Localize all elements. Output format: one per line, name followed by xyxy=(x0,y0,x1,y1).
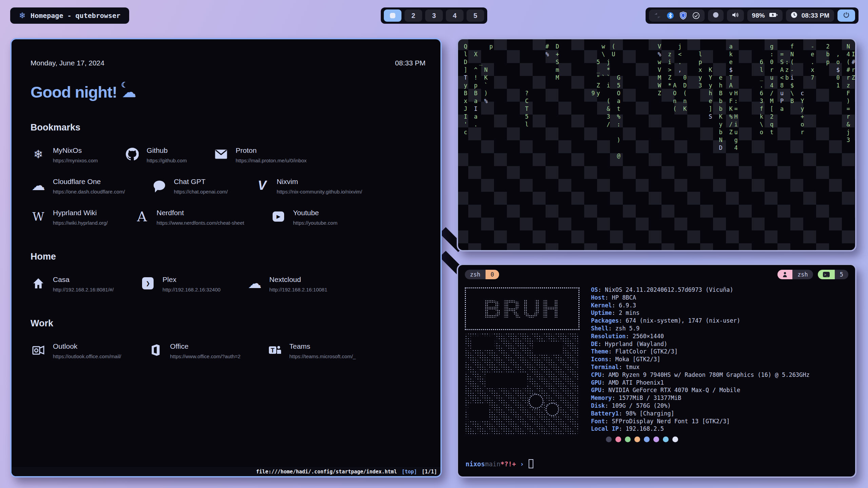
power-button[interactable] xyxy=(837,9,855,22)
workspace-button-1[interactable] xyxy=(384,9,401,22)
tmux-session-name: zsh xyxy=(465,270,486,279)
matrix-column: X ^!pBaIa. xyxy=(473,50,478,128)
matrix-column: 9 xyxy=(590,89,596,97)
greeting-text: Good night! xyxy=(31,83,117,101)
bookmark-nerdfont[interactable]: ANerdfonthttps://www.nerdfonts.com/cheat… xyxy=(134,209,244,230)
bookmark-cloudflare-one[interactable]: ☁Cloudflare Onehttps://one.dash.cloudfla… xyxy=(31,178,125,199)
svg-text:T: T xyxy=(271,347,275,354)
fetch-terminal-window[interactable]: zsh 0 zsh>_5 BRUH OS: NixOS 24.11.202406… xyxy=(457,264,856,478)
clock-segment[interactable]: 08:33 PM xyxy=(786,9,834,22)
bookmark-github[interactable]: Githubhttps://github.com xyxy=(124,146,187,168)
bookmark-nixvim[interactable]: VNixvimhttps://nix-community.github.io/n… xyxy=(254,178,362,199)
moon-cloud-icon: ☾☁ xyxy=(122,85,136,99)
fetch-info-line: GPU: AMD ATI Phoenix1 xyxy=(591,379,810,387)
color-dot xyxy=(672,436,678,442)
bookmark-office[interactable]: Officehttps://www.office.com/?auth=2 xyxy=(147,342,240,364)
bluetooth-icon[interactable] xyxy=(667,12,674,19)
startpage-sections: Bookmarks❄MyNixOshttps://mynixos.comGith… xyxy=(31,122,426,364)
bookmark-proton[interactable]: Protonhttps://mail.proton.me/u/0/inbox xyxy=(213,146,307,168)
prompt-git-branch: main xyxy=(485,460,500,468)
bookmark-nextcloud[interactable]: ☁Nextcloudhttp://192.168.2.16:10081 xyxy=(247,276,327,297)
tmux-session-pill[interactable]: zsh 0 xyxy=(465,270,499,279)
fetch-info-line: Font: SFProDisplay Nerd Font 13 [GTK2/3] xyxy=(591,418,810,425)
matrix-column: g:0ru4/M[2qt xyxy=(769,43,774,136)
matrix-column: D+SmM xyxy=(555,43,560,82)
statusbar-scroll-position: [top] xyxy=(402,469,417,475)
bookmark-title: Office xyxy=(170,342,240,350)
workspace-button-5[interactable]: 5 xyxy=(467,9,484,22)
bookmark-title: Nixvim xyxy=(277,178,362,186)
plex-chevron-icon: ❯ xyxy=(140,276,156,291)
volume-segment[interactable] xyxy=(727,9,744,22)
tmux-pill-label: 5 xyxy=(835,270,848,279)
fetch-info-line: Resolution: 868×488 xyxy=(591,332,810,340)
recorder-segment[interactable] xyxy=(708,9,724,22)
clock-icon xyxy=(791,12,797,20)
bookmark-url: https://chat.openai.com/ xyxy=(174,189,228,195)
bookmark-title: Casa xyxy=(53,276,114,284)
section-links: Casahttp://192.168.2.16:8081/#/❯Plexhttp… xyxy=(31,276,426,297)
bookmark-plex[interactable]: ❯Plexhttp://192.168.2.16:32400 xyxy=(140,276,220,297)
prompt-arrow: › xyxy=(520,460,524,468)
matrix-column: H:=Hiug4 xyxy=(733,89,739,152)
bookmark-chat-gpt[interactable]: Chat GPThttps://chat.openai.com/ xyxy=(152,178,228,199)
bookmark-outlook[interactable]: Outlookhttps://outlook.office.com/mail/ xyxy=(31,342,121,364)
ascii-art-title: BRUH xyxy=(483,294,561,323)
bookmark-title: MyNixOs xyxy=(53,146,98,155)
tray-icons xyxy=(649,9,705,22)
bookmark-url: https://www.nerdfonts.com/cheat-sheet xyxy=(157,220,244,226)
matrix-column: zi>Z* xyxy=(667,50,672,89)
tmux-status-pill: zsh xyxy=(777,270,813,279)
section-title-work: Work xyxy=(31,318,426,329)
bookmark-teams[interactable]: TTeamshttps://teams.microsoft.com/_ xyxy=(267,342,356,364)
matrix-column: w\ ` xyxy=(600,43,606,82)
bookmark-mynixos[interactable]: ❄MyNixOshttps://mynixos.com xyxy=(31,146,98,168)
matrix-column: ?CT5l xyxy=(524,89,530,128)
fetch-info-line: Local IP: 192.168.2.5 xyxy=(591,425,810,433)
matrix-column: QlD]TyBxJI'c xyxy=(463,43,468,136)
bookmark-casa[interactable]: Casahttp://192.168.2.16:8081/#/ xyxy=(31,276,114,297)
tmux-window-index: 0 xyxy=(486,270,499,279)
sync-arrows-icon[interactable] xyxy=(654,13,661,19)
color-dot xyxy=(663,436,669,442)
github-icon xyxy=(124,146,140,162)
matrix-column: N4(#rzF)=r&j3 xyxy=(846,43,851,144)
shell-prompt[interactable]: nixos main *?!+ › xyxy=(466,459,533,468)
chat-bubble-icon xyxy=(152,178,167,193)
tmux-statusbar: zsh 0 zsh>_5 xyxy=(465,270,848,279)
greeting: Good night! ☾☁ xyxy=(31,83,426,101)
letter-v-icon: V xyxy=(254,178,270,193)
fetch-info-line: Shell: zsh 5.9 xyxy=(591,325,810,332)
bookmark-title: Nextcloud xyxy=(269,276,327,284)
matrix-column: V%wVMWZ xyxy=(657,43,662,97)
bookmark-url: https://youtube.com xyxy=(293,220,337,226)
bookmark-title: Cloudflare One xyxy=(53,178,125,186)
matrix-terminal-window[interactable]: QlD]TyBxJI'cX ^!pBaIa._NK`)%p?CT5l#%D+Sm… xyxy=(457,38,856,251)
bookmark-hyprland-wiki[interactable]: WHyprland Wikihttps://wiki.hyprland.org/ xyxy=(31,209,108,230)
matrix-column: I#rZ xyxy=(851,50,856,82)
matrix-column: ehBbbKybND xyxy=(718,74,724,152)
matrix-column: ake$TAvFK%/Z xyxy=(728,43,734,136)
record-dot-icon xyxy=(713,12,719,19)
letter-w-icon: W xyxy=(31,209,46,224)
matrix-column: :zb xyxy=(784,58,790,82)
bookmark-youtube[interactable]: ▶Youtubehttps://youtube.com xyxy=(271,209,337,230)
matrix-column: =SA<8uPa xyxy=(779,50,785,113)
battery-segment[interactable]: 98% xyxy=(747,9,783,22)
matrix-column: #% xyxy=(545,43,550,58)
color-dot xyxy=(625,436,631,442)
fetch-info-line: Battery1: 98% [Charging] xyxy=(591,410,810,418)
matrix-column: -e.x7 xyxy=(810,43,815,82)
workspace-button-2[interactable]: 2 xyxy=(405,9,422,22)
shield-icon[interactable] xyxy=(679,12,687,20)
snowflake-icon: ❄ xyxy=(31,146,46,162)
bookmark-title: Youtube xyxy=(293,209,337,217)
workspace-button-4[interactable]: 4 xyxy=(446,9,463,22)
fetch-info-line: OS: NixOS 24.11.20240612.57d6973 (Vicuña… xyxy=(591,286,810,294)
fetch-info-line: Packages: 674 (nix-system), 1747 (nix-us… xyxy=(591,317,810,325)
ascii-art-texture xyxy=(465,333,579,434)
check-circle-icon[interactable] xyxy=(692,12,700,19)
bookmark-title: Nerdfont xyxy=(157,209,244,217)
workspace-button-3[interactable]: 3 xyxy=(425,9,443,22)
matrix-column: j*`i (&3/ xyxy=(606,58,611,128)
